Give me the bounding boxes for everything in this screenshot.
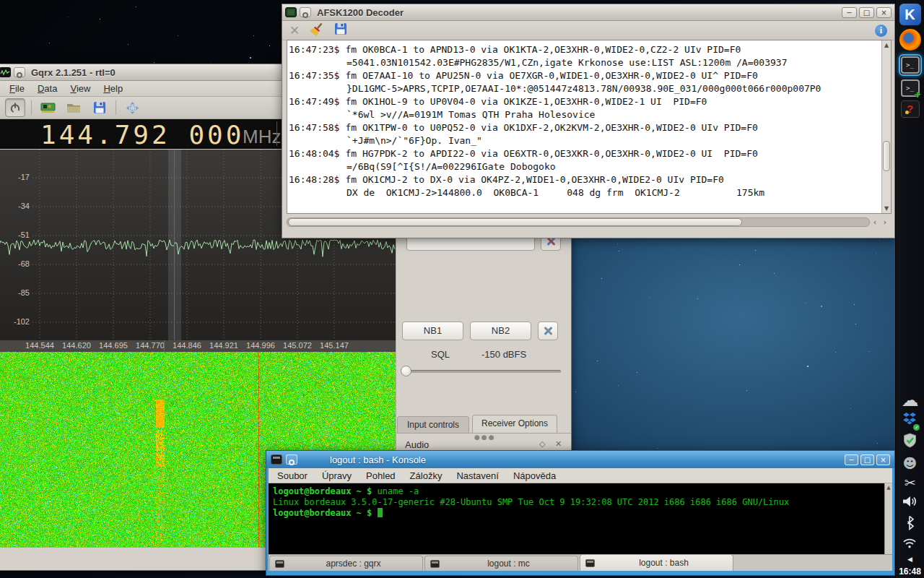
save-floppy-icon[interactable] [334, 22, 347, 38]
terminal-tab-icon [275, 560, 284, 568]
frequency-value[interactable]: 144.792 000 [40, 120, 244, 150]
klipper-scissors-icon[interactable]: ✂ [905, 475, 916, 491]
tab-aprsdec-gqrx[interactable]: aprsdec : gqrx [269, 556, 423, 571]
info-icon[interactable]: i [875, 25, 887, 37]
ktip-help-icon[interactable]: ? [901, 100, 920, 118]
minimize-button[interactable]: − [842, 7, 857, 18]
tuning-marker-tick [164, 340, 165, 352]
menu-zalozky[interactable]: Záložky [410, 470, 443, 481]
dropbox-icon[interactable]: ✓ [902, 412, 918, 429]
freq-tick-label: 144.996 [246, 341, 275, 350]
packet-header: fm HG7PDK-2 to APDI22-0 via OE6XTR-0,OE3… [345, 148, 757, 159]
nb2-button[interactable]: NB2 [470, 322, 531, 340]
konsole-window: logout : bash - Konsole − □ × Soubor Úpr… [266, 450, 895, 576]
tab-logout-mc[interactable]: logout : mc [424, 556, 578, 571]
gqrx-menu-file[interactable]: File [9, 83, 25, 94]
close-x-icon[interactable]: ✕ [289, 23, 300, 38]
new-terminal-icon[interactable]: >_+ [901, 79, 920, 97]
nb1-button[interactable]: NB1 [402, 322, 463, 340]
horizontal-scrollbar[interactable]: ‹ › [287, 217, 890, 228]
packet-header: fm OE7AAI-10 to APU25N-0 via OE7XGR-0,WI… [345, 70, 757, 81]
maximize-button[interactable]: □ [860, 454, 874, 465]
wifi-icon[interactable] [902, 537, 918, 552]
menu-nastaveni[interactable]: Nastavení [456, 470, 499, 481]
toolbar-separator [31, 100, 32, 115]
tab-input-controls[interactable]: Input controls [397, 416, 469, 434]
menu-soubor[interactable]: Soubor [277, 470, 308, 481]
afsk-app-icon [285, 7, 297, 17]
frequency-axis[interactable]: 144.544 144.620 144.695 144.770 144.846 … [0, 340, 396, 352]
packet-time: 16:47:49$ [289, 96, 339, 107]
sql-value: -150 dBFS [481, 349, 526, 360]
panel-clock[interactable]: 16:48 [899, 566, 921, 577]
gqrx-menu-view[interactable]: View [70, 83, 90, 94]
scrollbar-thumb[interactable] [883, 141, 890, 171]
close-button[interactable]: × [876, 454, 890, 465]
audio-float-icon[interactable]: ◇ [539, 439, 545, 449]
clear-broom-icon[interactable] [310, 22, 324, 39]
volume-icon[interactable] [902, 494, 918, 512]
terminal-scrollbar[interactable]: ▲ [884, 483, 892, 556]
konsole-window-title: logout : bash - Konsole [330, 454, 426, 465]
gqrx-menu-help[interactable]: Help [103, 83, 123, 94]
afsk-titlebar[interactable]: AFSK1200 Decoder − □ × [282, 4, 894, 21]
filter-band[interactable] [168, 150, 181, 340]
sql-slider-handle[interactable] [401, 366, 411, 376]
gqrx-app-icon [0, 67, 11, 77]
shell-prompt: logout@bordeaux ~ $ [273, 508, 372, 518]
terminal-cursor [378, 508, 383, 517]
scroll-right-arrow[interactable]: › [880, 217, 890, 227]
shield-check-icon[interactable] [902, 433, 918, 452]
device-config-button[interactable] [38, 98, 58, 117]
firefox-icon[interactable] [899, 29, 921, 51]
afsk-window-title: AFSK1200 Decoder [317, 7, 404, 18]
nb-config-button[interactable] [538, 322, 558, 340]
gqrx-window-title: Gqrx 2.1.251 - rtl=0 [31, 67, 116, 78]
command-output: Linux bordeaux 3.5.0-17-generic #28-Ubun… [273, 497, 789, 507]
decoder-log[interactable]: 16:47:23$fm OK0BCA-1 to APND13-0 via OK1… [287, 40, 892, 214]
open-folder-button[interactable] [64, 98, 84, 117]
lcd-divider [276, 121, 277, 146]
scroll-left-arrow[interactable]: ‹ [870, 217, 880, 227]
save-button[interactable] [90, 98, 110, 117]
system-tray: ☁ ✓ ☻ ✂ ◀ 16:48 [899, 392, 921, 578]
dock-splitter[interactable]: ●●● [474, 434, 496, 441]
bluetooth-icon[interactable] [904, 515, 915, 533]
afsk-decoder-window: AFSK1200 Decoder − □ × ✕ i 16:47:23$fm O… [282, 4, 895, 238]
vertical-scrollbar[interactable]: ▲ ▼ [881, 40, 891, 213]
maximize-button[interactable]: □ [859, 7, 874, 18]
power-button[interactable] [5, 98, 25, 117]
freq-tick-label: 144.921 [209, 341, 238, 350]
packet-time: 16:47:35$ [289, 70, 339, 81]
minimize-button[interactable]: − [845, 454, 858, 465]
konsole-menu-button-icon[interactable] [286, 454, 297, 465]
kde-menu-icon[interactable]: K [899, 4, 921, 25]
scrollbar-thumb[interactable] [288, 218, 742, 226]
packet-time: 16:48:28$ [289, 174, 339, 185]
packet-time: 16:47:23$ [289, 44, 339, 55]
db-tick-label: -68 [0, 259, 30, 268]
afsk-menu-button-icon[interactable] [300, 7, 311, 17]
close-button[interactable]: × [876, 7, 892, 18]
gqrx-menu-button-icon[interactable] [14, 67, 25, 77]
weather-clouds-icon[interactable]: ☁ [901, 392, 918, 408]
audio-close-icon[interactable]: ✕ [555, 439, 562, 449]
db-tick-label: -51 [0, 230, 30, 239]
db-tick-label: -102 [0, 317, 30, 326]
konsole-launcher-icon[interactable]: >_ [899, 54, 922, 76]
menu-napoveda[interactable]: Nápověda [513, 470, 556, 481]
tab-logout-bash[interactable]: logout : bash [580, 554, 733, 571]
tuning-marker [174, 150, 175, 340]
terminal-output[interactable]: logout@bordeaux ~ $ uname -a Linux borde… [269, 483, 892, 556]
menu-pohled[interactable]: Pohled [366, 470, 395, 481]
messenger-icon[interactable]: ☻ [903, 455, 918, 471]
menu-upravy[interactable]: Úpravy [322, 470, 352, 481]
frequency-unit: MHz [243, 126, 281, 148]
terminal-tab-icon [585, 559, 595, 567]
tray-collapse-icon[interactable]: ◀ [907, 556, 912, 563]
move-button[interactable] [122, 98, 142, 117]
sql-slider-track[interactable] [402, 370, 561, 373]
gqrx-menu-data[interactable]: Data [38, 83, 57, 94]
tab-receiver-options[interactable]: Receiver Options [472, 415, 557, 434]
konsole-titlebar[interactable]: logout : bash - Konsole − □ × [266, 451, 894, 468]
